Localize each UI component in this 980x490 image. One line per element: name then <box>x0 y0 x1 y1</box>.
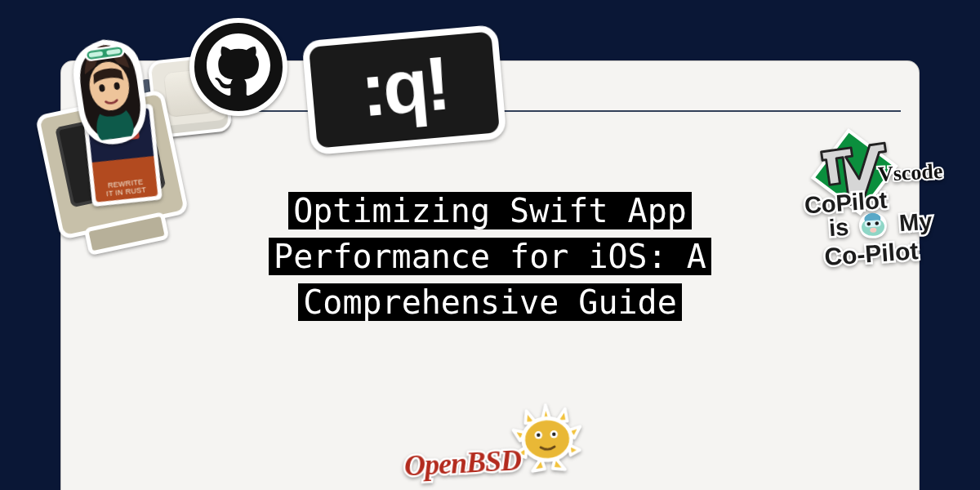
openbsd-label: OpenBSD <box>403 443 522 483</box>
copilot-slogan: CoPilot is My Co-Pilot <box>804 180 980 271</box>
article-title: Optimizing Swift App Performance for iOS… <box>269 192 711 321</box>
github-icon <box>207 33 270 100</box>
copilot-line2-trailing: My <box>898 208 933 237</box>
vim-quit-sticker: :q! <box>293 16 516 164</box>
blog-hero-card: Optimizing Swift App Performance for iOS… <box>0 0 980 490</box>
openbsd-sticker: OpenBSD <box>398 399 614 490</box>
copilot-mascot-icon <box>856 210 890 242</box>
copilot-sticker-cluster: Vscode on} CoPilot is My <box>800 151 980 290</box>
copilot-line2-leading: is <box>828 214 849 242</box>
vim-quit-text: :q! <box>358 40 451 133</box>
github-sticker <box>189 18 287 116</box>
avatar-girl-sticker <box>56 27 164 154</box>
vscode-label: Vscode <box>877 159 943 187</box>
